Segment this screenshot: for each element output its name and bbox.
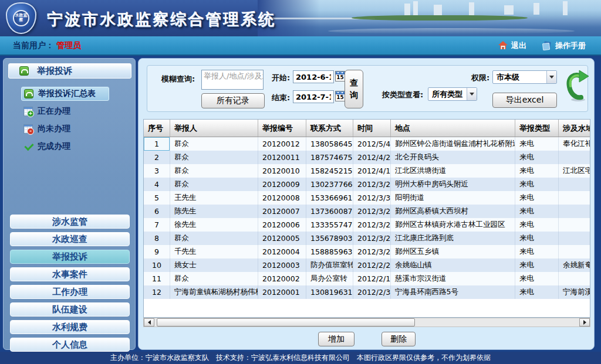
table-cell: 防办值班室转	[306, 258, 353, 272]
table-cell: 4	[144, 178, 170, 191]
table-row[interactable]: 11群众20120002局办公室转2012/2/10慈溪市宗汉街道来电	[144, 272, 590, 285]
horizontal-scrollbar[interactable]	[143, 318, 590, 327]
table-cell: 13805864528	[306, 137, 353, 151]
query-form: 模糊查询: 所有记录 开始: 15 结束: 15 查询 按类型查看: 所有类型 …	[147, 65, 588, 112]
manual-button[interactable]: 操作手册	[542, 40, 586, 51]
column-header[interactable]: 地点	[391, 120, 515, 137]
column-header[interactable]: 举报编号	[258, 120, 306, 137]
table-cell: 20120005	[258, 232, 306, 245]
module-button[interactable]: 个人信息	[10, 338, 130, 352]
table-row[interactable]: 9千先生20120004158885963252012/3/23鄞州区五乡镇来电	[144, 245, 590, 258]
column-header[interactable]: 序号	[144, 120, 170, 137]
end-calendar-icon[interactable]: 15	[335, 91, 345, 101]
table-row[interactable]: 6陈先生20120007137360087292012/3/29鄞州区高桥镇大西…	[144, 205, 590, 218]
table-cell: 20120004	[258, 245, 306, 258]
check-icon	[23, 142, 33, 151]
table-cell: 王先生	[170, 191, 258, 205]
sidebar-item[interactable]: 尚未办理	[21, 122, 133, 136]
table-cell: 明州大桥中房码头附近	[391, 178, 515, 191]
column-header[interactable]: 涉及水域	[559, 120, 590, 137]
type-filter-select[interactable]: 所有类型	[428, 87, 477, 101]
module-button[interactable]: 水利规费	[10, 320, 130, 334]
table-cell: 姚女士	[170, 258, 258, 272]
module-button[interactable]: 水政巡查	[10, 232, 130, 246]
permission-select[interactable]: 市本级	[492, 70, 557, 84]
sidebar-item[interactable]: 正在办理	[21, 104, 133, 118]
logout-button[interactable]: 退出	[498, 40, 526, 51]
table-cell: 宁海县环南西路5号	[391, 285, 515, 299]
table-cell: 18757467537	[306, 151, 353, 164]
table-cell: 来电	[515, 191, 559, 205]
scrollbar-track[interactable]	[156, 318, 578, 326]
table-cell: 来电	[515, 245, 559, 258]
table-row[interactable]: 10姚女士20120003防办值班室转2012/2/23余姚临山镇来电余姚新奄	[144, 258, 590, 272]
table-row[interactable]: 7徐先生20120006133355747782012/3/29鄞州区古林镇葑水…	[144, 218, 590, 232]
table-cell: 来电	[515, 137, 559, 151]
sidebar-section-title: 举报投诉	[37, 66, 72, 77]
sidebar-modules: 涉水监管水政巡查举报投诉水事案件工作办理队伍建设水利规费个人信息	[4, 215, 136, 355]
fuzzy-query-input[interactable]	[201, 70, 264, 90]
sidebar-section-header[interactable]: 举报投诉	[8, 63, 131, 79]
column-header[interactable]: 联系方式	[306, 120, 353, 137]
sidebar-item[interactable]: 举报投诉汇总表	[21, 87, 109, 101]
all-records-button[interactable]: 所有记录	[201, 93, 265, 108]
permission-label: 权限:	[471, 73, 489, 83]
table-cell: 鄞州区五乡镇	[391, 245, 515, 258]
scroll-right-button[interactable]	[579, 318, 590, 326]
table-cell: 2012/3/29	[353, 178, 391, 191]
table-cell: 2012/2/10	[353, 272, 391, 285]
manual-label: 操作手册	[555, 40, 586, 51]
table-cell: 余姚临山镇	[391, 258, 515, 272]
table-cell: 20120006	[258, 218, 306, 232]
main-content: 模糊查询: 所有记录 开始: 15 结束: 15 查询 按类型查看: 所有类型 …	[138, 58, 595, 350]
chevron-down-icon	[546, 71, 556, 83]
module-button[interactable]: 涉水监管	[10, 215, 130, 229]
column-header[interactable]: 举报类型	[515, 120, 559, 137]
column-header[interactable]: 时间	[353, 120, 391, 137]
grid-minus-icon	[23, 124, 33, 134]
table-cell: 慈溪市宗汉街道	[391, 272, 515, 285]
footer-text: 主办单位：宁波市水政监察支队 技术支持：宁波弘泰水利信息科技有限公司 本图行政区…	[110, 353, 491, 363]
table-row[interactable]: 8群众20120005135678903902012/3/26江北康庄北路到底来…	[144, 232, 590, 245]
start-calendar-icon[interactable]: 15	[335, 71, 345, 81]
end-date-input[interactable]	[293, 90, 334, 103]
end-date-label: 结束:	[272, 93, 290, 103]
module-button[interactable]: 举报投诉	[10, 250, 130, 264]
type-filter-label: 按类型查看:	[382, 90, 423, 100]
export-excel-button[interactable]: 导出excel	[492, 93, 557, 108]
scroll-left-button[interactable]	[144, 318, 154, 326]
add-button[interactable]: 增加	[318, 332, 354, 346]
table-row[interactable]: 5王先生20120008153366961212012/3/31阳明街道来电	[144, 191, 590, 205]
table-cell: 2012/3/23	[353, 245, 391, 258]
start-date-input[interactable]	[293, 70, 334, 83]
table-row[interactable]: 4群众20120009130237766492012/3/29明州大桥中房码头附…	[144, 178, 590, 191]
refresh-icon[interactable]	[565, 69, 589, 104]
table-row[interactable]: 1群众20120012138058645282012/5/4鄞州区钟公庙街道铜盆…	[144, 137, 590, 151]
sidebar-item[interactable]: 完成办理	[21, 140, 133, 154]
table-cell: 2012/2/3	[353, 285, 391, 299]
module-button[interactable]: 队伍建设	[10, 302, 130, 317]
table-row[interactable]: 3群众20120010158245215972012/4/17江北区洪塘街道来电…	[144, 164, 590, 178]
delete-button[interactable]: 删除	[381, 332, 416, 346]
table-row[interactable]: 2群众20120011187574675372012/4/23北仑开良码头来电	[144, 151, 590, 164]
table-cell: 2012/4/17	[353, 164, 391, 178]
table-cell: 7	[144, 218, 170, 232]
table-cell: 20120008	[258, 191, 306, 205]
column-header[interactable]: 举报人	[170, 120, 258, 137]
sidebar-items: 举报投诉汇总表正在办理尚未办理完成办理	[21, 87, 133, 157]
table-cell	[559, 151, 590, 164]
table-cell: 15888596325	[306, 245, 353, 258]
table-cell: 15824521597	[306, 164, 353, 178]
table-row[interactable]: 12宁海前童镇柘湖杨村杨伟林20120001130819631762012/2/…	[144, 285, 590, 299]
table-cell: 20120012	[258, 137, 306, 151]
scrollbar-thumb[interactable]	[157, 318, 415, 326]
module-button[interactable]: 工作办理	[10, 285, 130, 299]
query-button[interactable]: 查询	[345, 70, 363, 108]
table-cell: 2012/4/23	[353, 151, 391, 164]
table-cell: 20120011	[258, 151, 306, 164]
table-cell: 5	[144, 191, 170, 205]
sidebar-item-label: 尚未办理	[38, 124, 70, 134]
table-cell	[559, 191, 590, 205]
module-button[interactable]: 水事案件	[10, 267, 130, 281]
logout-label: 退出	[511, 40, 526, 51]
